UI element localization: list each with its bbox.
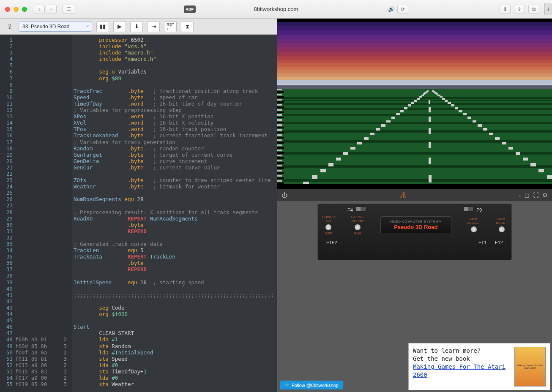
f4-label: F4	[347, 207, 368, 212]
tvtype-switch[interactable]: TV TYPE COLOR B•W	[350, 215, 364, 236]
window-controls	[5, 7, 27, 12]
url-bar[interactable]: 8bitworkshop.com	[254, 6, 298, 12]
view-small-icon[interactable]: ▫	[519, 192, 521, 199]
promo-book-cover: Making Games For The Atari 2600	[514, 347, 546, 387]
f9-label: F9	[462, 207, 482, 212]
view-medium-icon[interactable]: ◻	[525, 192, 530, 199]
timing-button[interactable]: ⧗	[181, 21, 194, 32]
code-editor[interactable]: 1234567891011121314151617181920212223242…	[0, 35, 277, 392]
game-select-switch[interactable]: GAME SELECT	[467, 217, 480, 234]
f12-label: F12	[495, 240, 503, 245]
promo-line1: Want to learn more?	[413, 347, 511, 355]
f2-label: F2	[332, 240, 337, 245]
downloads-button[interactable]: ⬇	[500, 5, 511, 14]
editor-gutter: 1234567891011121314151617181920212223242…	[0, 35, 72, 392]
close-window-button[interactable]	[5, 7, 10, 12]
ide-toolbar: ⇪ 33. Pseudo 3D Road ▮▮ ▶ ⬇ ⇥ RST↓ ⧗	[0, 19, 277, 35]
adblock-badge[interactable]: ABP	[184, 5, 196, 13]
download-button[interactable]: ⬇	[130, 21, 143, 32]
promo-line2: Get the new book	[413, 355, 511, 363]
reset-button[interactable]: RST↓	[164, 21, 177, 32]
play-button[interactable]: ▶	[113, 21, 126, 32]
maximize-window-button[interactable]	[22, 7, 27, 12]
settings-icon[interactable]: ⚙	[542, 192, 548, 199]
minimize-window-button[interactable]	[14, 7, 19, 12]
atari-logo-icon	[399, 191, 407, 199]
editor-panel: ⇪ 33. Pseudo 3D Road ▮▮ ▶ ⬇ ⇥ RST↓ ⧗ 123…	[0, 19, 277, 392]
fullscreen-icon[interactable]: ⛶	[533, 192, 539, 199]
back-button[interactable]: ‹	[34, 5, 45, 14]
emulator-panel: ⏻ ▫ ◻ ⛶ ⚙ F4 F9 POWER ON OFF	[277, 19, 552, 392]
power-icon[interactable]: ⏻	[281, 192, 287, 199]
editor-code[interactable]: processor 6502 include "vcs.h" include "…	[72, 35, 277, 392]
emulator-display[interactable]	[277, 22, 552, 189]
forward-button[interactable]: ›	[46, 5, 57, 14]
f11-label: F11	[478, 240, 486, 245]
project-selector[interactable]: 33. Pseudo 3D Road	[19, 22, 92, 32]
tabs-button[interactable]: ⧉	[528, 5, 539, 14]
promo-book-link[interactable]: Making Games For The Atari 2600	[413, 363, 506, 378]
f1-label: F1	[326, 240, 332, 245]
cartridge: VIDEO COMPUTER SYSTEM™ Pseudo 3D Road	[380, 216, 451, 234]
book-promo[interactable]: Want to learn more? Get the new book Mak…	[408, 343, 550, 390]
pause-button[interactable]: ▮▮	[96, 21, 109, 32]
browser-chrome: ‹ › ☰ ABP 8bitworkshop.com 🔊 ⟳ ⬇ ⇪ ⧉ +	[0, 0, 552, 19]
power-switch[interactable]: POWER ON OFF	[322, 215, 335, 236]
game-reset-switch[interactable]: GAME RESET	[496, 217, 507, 234]
twitter-follow-button[interactable]: 🐦 Follow @8bitworkshop	[280, 381, 343, 389]
share-project-button[interactable]: ⇪	[4, 22, 14, 32]
sidebar-toggle-button[interactable]: ☰	[63, 5, 75, 14]
atari-console: F4 F9 POWER ON OFF TV TYPE COLOR B•W VI	[317, 204, 512, 260]
audio-playing-icon[interactable]: 🔊	[388, 6, 395, 12]
twitter-icon: 🐦	[284, 382, 290, 388]
new-tab-button[interactable]: +	[544, 3, 552, 15]
step-button[interactable]: ⇥	[147, 21, 160, 32]
f4-switch[interactable]	[356, 207, 366, 212]
emulator-toolbar: ⏻ ▫ ◻ ⛶ ⚙	[277, 189, 552, 201]
f9-switch[interactable]	[463, 207, 473, 212]
share-button[interactable]: ⇪	[514, 5, 525, 14]
reload-button[interactable]: ⟳	[397, 5, 408, 14]
cartridge-title: Pseudo 3D Road	[394, 224, 437, 230]
